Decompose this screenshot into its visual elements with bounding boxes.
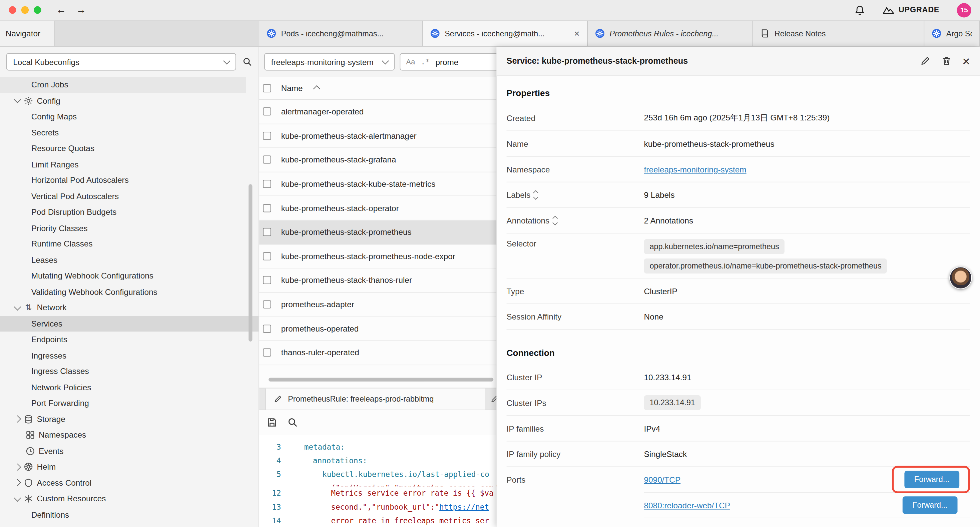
row-checkbox[interactable] [263, 252, 271, 260]
forward-port-button[interactable]: Forward... [904, 471, 959, 488]
sidebar-item-events[interactable]: Events [0, 443, 259, 459]
table-row[interactable]: kube-prometheus-stack-kube-state-metrics [259, 172, 497, 196]
main-area: Local Kubeconfigs Cron Jobs Config Confi… [0, 47, 980, 527]
row-checkbox[interactable] [263, 276, 271, 284]
sidebar-item-vertical-pod-autoscalers[interactable]: Vertical Pod Autoscalers [0, 188, 259, 204]
chevron-down-icon [552, 220, 557, 225]
edit-button[interactable] [920, 56, 931, 66]
close-drawer-button[interactable]: × [963, 54, 970, 67]
port-link-8080[interactable]: 8080:reloader-web/TCP [644, 500, 730, 509]
sidebar-scrollbar[interactable] [248, 184, 252, 342]
navigator-tree: Cron Jobs Config Config Maps Secrets Res… [0, 77, 259, 523]
annotations-expander[interactable] [553, 216, 556, 225]
table-row[interactable]: thanos-ruler-operated [259, 341, 497, 365]
sidebar-item-pod-disruption-budgets[interactable]: Pod Disruption Budgets [0, 204, 259, 220]
property-row-type: Type ClusterIP [507, 279, 970, 304]
maximize-window-button[interactable] [34, 6, 41, 14]
back-button[interactable]: ← [56, 4, 66, 16]
sidebar-item-cron-jobs[interactable]: Cron Jobs [0, 77, 246, 93]
table-row[interactable]: kube-prometheus-stack-alertmanager [259, 124, 497, 148]
close-window-button[interactable] [9, 6, 16, 14]
dock-tab-partial[interactable] [490, 388, 497, 409]
row-checkbox[interactable] [263, 349, 271, 357]
sidebar-item-helm[interactable]: Helm [0, 459, 259, 475]
forward-port-button[interactable]: Forward... [902, 496, 957, 514]
table-row[interactable]: prometheus-adapter [259, 293, 497, 317]
property-row-cluster-ips: Cluster IPs 10.233.14.91 [507, 390, 970, 416]
sidebar-item-validating-webhook-configurations[interactable]: Validating Webhook Configurations [0, 284, 259, 300]
sidebar-item-endpoints[interactable]: Endpoints [0, 331, 259, 347]
sidebar-item-leases[interactable]: Leases [0, 252, 259, 268]
sidebar-item-namespaces[interactable]: Namespaces [0, 427, 259, 443]
sidebar-item-priority-classes[interactable]: Priority Classes [0, 220, 259, 236]
sidebar-item-ingresses[interactable]: Ingresses [0, 347, 259, 363]
sidebar-item-storage[interactable]: Storage [0, 411, 259, 427]
list-search-input[interactable]: Aa .* prome [399, 53, 496, 70]
horizontal-scrollbar-thumb[interactable] [269, 377, 493, 381]
sidebar-item-mutating-webhook-configurations[interactable]: Mutating Webhook Configurations [0, 268, 259, 284]
sidebar-item-config-maps[interactable]: Config Maps [0, 109, 259, 125]
table-row-selected[interactable]: kube-prometheus-stack-prometheus [259, 220, 497, 245]
sidebar-item-horizontal-pod-autoscalers[interactable]: Horizontal Pod Autoscalers [0, 172, 259, 188]
sidebar-item-network-policies[interactable]: Network Policies [0, 379, 259, 395]
kubeconfig-selector[interactable]: Local Kubeconfigs [6, 53, 236, 70]
row-checkbox[interactable] [263, 180, 271, 188]
sidebar-item-custom-resources[interactable]: Custom Resources [0, 490, 259, 507]
table-row[interactable]: kube-prometheus-stack-grafana [259, 148, 497, 172]
row-checkbox[interactable] [263, 108, 271, 116]
sidebar-item-ingress-classes[interactable]: Ingress Classes [0, 363, 259, 380]
delete-button[interactable] [941, 56, 951, 66]
sidebar-item-services[interactable]: Services [0, 315, 259, 331]
notifications-bell-icon[interactable] [854, 5, 865, 15]
sidebar-item-network[interactable]: ⇅Network [0, 300, 259, 316]
tab-release-notes[interactable]: Release Notes [752, 21, 924, 46]
sidebar-item-resource-quotas[interactable]: Resource Quotas [0, 140, 259, 156]
tab-prometheus-rules[interactable]: Prometheus Rules - icecheng... [588, 21, 752, 46]
row-checkbox[interactable] [263, 204, 271, 212]
namespace-link[interactable]: freeleaps-monitoring-system [644, 164, 746, 174]
row-checkbox[interactable] [263, 325, 271, 333]
tab-argo[interactable]: Argo Se [924, 21, 980, 46]
labels-expander[interactable] [535, 191, 538, 199]
upgrade-button[interactable]: UPGRADE [882, 6, 939, 14]
namespace-filter-select[interactable]: freeleaps-monitoring-system [264, 53, 395, 70]
row-checkbox[interactable] [263, 228, 271, 236]
sidebar-item-limit-ranges[interactable]: Limit Ranges [0, 156, 259, 172]
selector-badge: operator.prometheus.io/name=kube-prometh… [644, 258, 887, 274]
column-header-name[interactable]: Name [281, 83, 303, 93]
minimize-window-button[interactable] [21, 6, 29, 14]
sidebar-item-secrets[interactable]: Secrets [0, 124, 259, 140]
table-row[interactable]: kube-prometheus-stack-operator [259, 196, 497, 220]
editor-search-button[interactable] [287, 417, 298, 428]
editor-toolbar [259, 410, 497, 435]
row-checkbox[interactable] [263, 132, 271, 140]
dock-tab-prometheusrule[interactable]: PrometheusRule: freeleaps-prod-rabbitmq [266, 388, 485, 409]
tab-services[interactable]: Services - icecheng@math... × [423, 21, 588, 46]
table-row[interactable]: kube-prometheus-stack-prometheus-node-ex… [259, 245, 497, 269]
port-link-9090[interactable]: 9090/TCP [644, 475, 681, 484]
properties-heading: Properties [507, 76, 970, 106]
tab-pods[interactable]: Pods - icecheng@mathmas... [259, 21, 423, 46]
yaml-editor[interactable]: 3metadata: 4annotations: 5kubectl.kubern… [259, 435, 497, 527]
row-checkbox[interactable] [263, 156, 271, 164]
table-row[interactable]: prometheus-operated [259, 317, 497, 341]
services-list-panel: freeleaps-monitoring-system Aa .* prome … [259, 47, 497, 527]
sidebar-item-runtime-classes[interactable]: Runtime Classes [0, 236, 259, 252]
sidebar-item-access-control[interactable]: Access Control [0, 475, 259, 491]
row-checkbox[interactable] [263, 301, 271, 309]
close-tab-icon[interactable]: × [574, 29, 579, 38]
save-button[interactable] [267, 417, 277, 428]
select-all-checkbox[interactable] [263, 84, 271, 92]
table-row[interactable]: kube-prometheus-stack-thanos-ruler [259, 269, 497, 293]
notification-count-badge[interactable]: 15 [957, 3, 971, 17]
forward-button[interactable]: → [76, 4, 86, 16]
sidebar-item-config[interactable]: Config [0, 93, 259, 109]
sidebar-item-port-forwarding[interactable]: Port Forwarding [0, 395, 259, 411]
avatar[interactable] [949, 266, 972, 289]
match-case-toggle[interactable]: Aa [406, 57, 415, 66]
regex-toggle[interactable]: .* [421, 57, 430, 66]
kubernetes-icon [267, 29, 276, 38]
sidebar-search-button[interactable] [242, 57, 253, 67]
table-row[interactable]: alertmanager-operated [259, 100, 497, 124]
sidebar-item-definitions[interactable]: Definitions [0, 507, 259, 523]
